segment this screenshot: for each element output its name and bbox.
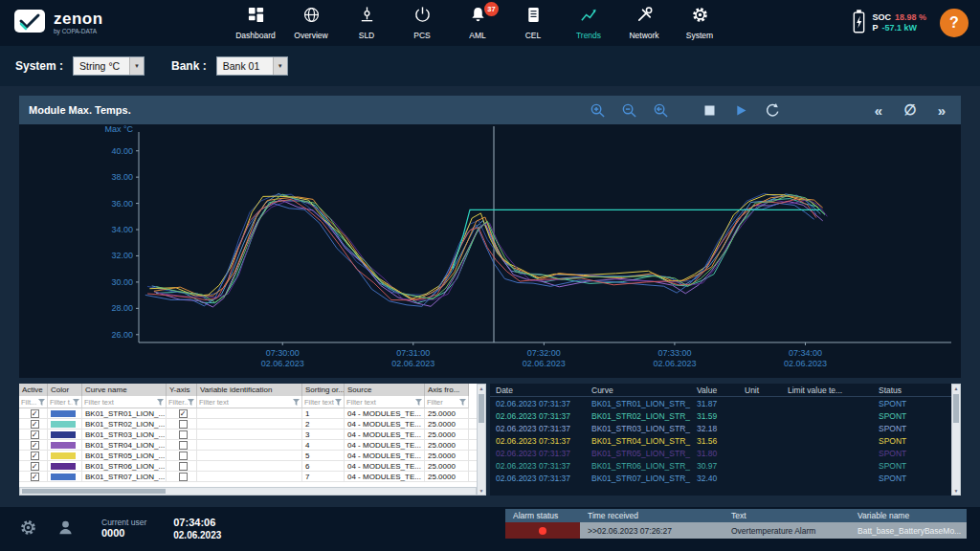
filter-input[interactable]: Filter text — [82, 396, 167, 408]
value-table-row[interactable]: 02.06.2023 07:31:37BK01_STR03_LION_STR_3… — [490, 422, 951, 434]
curve-table-scrollbar[interactable]: ▲▼ — [477, 384, 486, 496]
curve-table-column-header[interactable]: Color — [48, 384, 82, 396]
value-table-column-header[interactable]: Date — [490, 386, 586, 395]
y-axis-checkbox[interactable] — [179, 452, 188, 460]
nav-item-overview[interactable]: Overview — [283, 0, 339, 46]
clock-date: 02.06.2023 — [173, 530, 221, 542]
sorting-cell: 6 — [302, 461, 345, 471]
active-checkbox[interactable]: ✓ — [31, 473, 39, 481]
filter-input[interactable]: Filter text — [197, 396, 302, 408]
chevron-down-icon[interactable]: ▼ — [129, 57, 144, 75]
nav-item-network[interactable]: Network — [616, 0, 672, 46]
bank-dropdown[interactable]: Bank 01 ▼ — [216, 56, 288, 76]
filter-input[interactable]: Filter text — [345, 396, 425, 408]
zenon-app-window: zenon by COPA-DATA DashboardOverviewSLDP… — [0, 0, 980, 551]
filter-input[interactable]: Filter text — [302, 396, 345, 408]
value-table-column-header[interactable]: Curve — [586, 386, 691, 395]
page-next-icon[interactable]: » — [932, 100, 951, 120]
sld-icon — [358, 6, 376, 28]
curve-table-row[interactable]: ✓BK01_STR06_LION_...604 - MODULES_TE...2… — [19, 461, 477, 472]
curve-table-column-header[interactable]: Active — [19, 384, 48, 396]
active-checkbox[interactable]: ✓ — [31, 430, 39, 439]
scrollbar-thumb[interactable] — [22, 489, 166, 494]
nav-item-label: Overview — [294, 31, 327, 40]
curve-table-column-header[interactable]: Variable identification — [197, 384, 302, 396]
curve-table-column-header[interactable]: Sorting or... — [302, 384, 345, 396]
curve-table-column-header[interactable]: Curve name — [82, 384, 167, 396]
nav-item-aml[interactable]: 37AML — [450, 0, 505, 46]
stop-icon[interactable] — [700, 100, 719, 120]
refresh-icon[interactable] — [763, 100, 782, 120]
page-prev-icon[interactable]: « — [869, 100, 888, 120]
scrollbar-thumb[interactable] — [953, 394, 959, 423]
curve-table-hscrollbar[interactable] — [19, 487, 477, 496]
y-axis-checkbox[interactable] — [179, 420, 188, 429]
dashboard-icon — [247, 6, 265, 28]
y-axis-checkbox[interactable]: ✓ — [179, 409, 188, 418]
nav-item-label: Dashboard — [235, 31, 276, 40]
filter-input[interactable]: Filter... — [167, 396, 197, 408]
alarm-table-row[interactable]: >>02.06.2023 07:26:27 Overtemperature Al… — [505, 522, 967, 539]
value-date-cell: 02.06.2023 07:31:37 — [490, 449, 586, 458]
x-tick-time: 07:33:00 — [657, 348, 691, 358]
help-button[interactable]: ? — [940, 9, 969, 37]
curve-table-column-header[interactable]: Axis fro... — [425, 384, 469, 396]
zoom-out-icon[interactable] — [619, 100, 638, 120]
variable-cell — [197, 440, 302, 450]
y-axis-checkbox[interactable] — [179, 430, 188, 439]
y-axis-checkbox[interactable] — [179, 441, 188, 450]
value-table-column-header[interactable]: Limit value te... — [782, 386, 873, 395]
settings-gear-icon[interactable] — [19, 518, 37, 540]
curve-table-row[interactable]: ✓BK01_STR01_LION_...✓104 - MODULES_TE...… — [19, 408, 477, 419]
chevron-down-icon[interactable]: ▼ — [273, 57, 287, 75]
value-table-column-header[interactable]: Value — [691, 386, 739, 395]
system-dropdown[interactable]: String °C ▼ — [73, 56, 145, 76]
value-table-scrollbar[interactable]: ▲▼ — [951, 384, 961, 496]
sorting-cell: 7 — [302, 472, 345, 481]
nav-item-dashboard[interactable]: Dashboard — [228, 0, 283, 46]
nav-item-trends[interactable]: Trends — [561, 0, 616, 46]
active-checkbox[interactable]: ✓ — [31, 420, 39, 429]
zoom-reset-icon[interactable] — [651, 100, 670, 120]
active-checkbox[interactable]: ✓ — [31, 409, 39, 418]
curve-table-column-header[interactable]: Y-axis — [167, 384, 197, 396]
nav-item-sld[interactable]: SLD — [339, 0, 394, 46]
filter-input[interactable]: Filter t... — [48, 396, 82, 408]
scrollbar-thumb[interactable] — [479, 394, 484, 423]
curve-table-row[interactable]: ✓BK01_STR05_LION_...504 - MODULES_TE...2… — [19, 451, 477, 461]
play-icon[interactable] — [731, 100, 750, 120]
trend-chart[interactable]: Max °C26.0028.0030.0032.0034.0036.0038.0… — [19, 124, 961, 378]
y-axis-checkbox[interactable] — [179, 462, 188, 471]
y-tick-label: 40.00 — [111, 146, 133, 156]
curve-table-column-header[interactable]: Source — [345, 384, 425, 396]
value-table-row[interactable]: 02.06.2023 07:31:37BK01_STR01_LION_STR_3… — [490, 397, 951, 409]
user-icon[interactable] — [56, 518, 75, 540]
value-table-row[interactable]: 02.06.2023 07:31:37BK01_STR05_LION_STR_3… — [490, 447, 951, 459]
filter-input[interactable]: Filter — [425, 396, 469, 408]
value-table-row[interactable]: 02.06.2023 07:31:37BK01_STR07_LION_STR_3… — [490, 472, 951, 484]
active-checkbox[interactable]: ✓ — [31, 441, 39, 450]
value-table-row[interactable]: 02.06.2023 07:31:37BK01_STR06_LION_STR_3… — [490, 459, 951, 472]
y-tick-label: 32.00 — [111, 251, 133, 260]
filter-input[interactable]: Filt... — [19, 396, 48, 408]
curve-table-row[interactable]: ✓BK01_STR04_LION_...404 - MODULES_TE...2… — [19, 440, 477, 451]
value-table-row[interactable]: 02.06.2023 07:31:37BK01_STR02_LION_STR_3… — [490, 409, 951, 422]
value-table-row[interactable]: 02.06.2023 07:31:37BK01_STR04_LION_STR_3… — [490, 434, 951, 447]
value-table-column-header[interactable]: Status — [873, 386, 930, 395]
x-tick-date: 02.06.2023 — [261, 359, 304, 368]
sorting-cell: 4 — [302, 440, 345, 450]
no-cursor-icon[interactable]: ∅ — [901, 100, 920, 120]
variable-cell — [197, 408, 302, 418]
curve-table-row[interactable]: ✓BK01_STR07_LION_...704 - MODULES_TE...2… — [19, 472, 477, 482]
active-checkbox[interactable]: ✓ — [31, 452, 39, 460]
value-cell: 32.18 — [691, 424, 739, 433]
curve-table-row[interactable]: ✓BK01_STR03_LION_...304 - MODULES_TE...2… — [19, 430, 477, 440]
value-table-column-header[interactable]: Unit — [739, 386, 782, 395]
nav-item-system[interactable]: System — [672, 0, 727, 46]
y-axis-checkbox[interactable] — [179, 473, 188, 481]
nav-item-cel[interactable]: CEL — [505, 0, 561, 46]
zoom-in-icon[interactable] — [588, 100, 607, 120]
active-checkbox[interactable]: ✓ — [31, 462, 39, 471]
nav-item-pcs[interactable]: PCS — [394, 0, 450, 46]
curve-table-row[interactable]: ✓BK01_STR02_LION_...204 - MODULES_TE...2… — [19, 419, 477, 430]
